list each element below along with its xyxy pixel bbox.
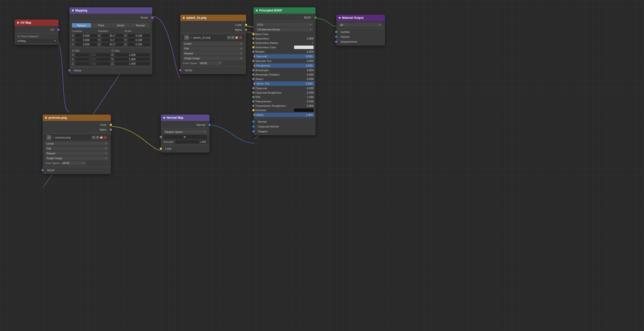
- uv-output-socket[interactable]: [57, 28, 60, 31]
- bsdf-sub-dropdown[interactable]: Christensen-Burley ▼: [256, 28, 313, 32]
- bsdf-subsurface-color-swatch[interactable]: [294, 46, 314, 49]
- bsdf-specular-tint-socket[interactable]: [252, 60, 255, 62]
- splash-ext-dropdown[interactable]: Repeat ▼: [183, 52, 244, 55]
- prvicons-title: prvicons.png: [48, 116, 67, 120]
- bsdf-clearcoat-rough-socket[interactable]: [252, 92, 255, 94]
- sc-z-val[interactable]: 0.100: [128, 43, 150, 46]
- normal-space-dropdown[interactable]: Tangent Space ▼: [163, 130, 207, 134]
- mapping-type-texture[interactable]: Texture: [72, 23, 91, 28]
- mapping-type-vector[interactable]: Vector: [111, 23, 130, 28]
- splash-texture-node: splash_2x.png Color Alpha 🖼 ▼ splash_2x.…: [180, 14, 246, 74]
- bsdf-normal-in-socket[interactable]: [252, 120, 255, 123]
- bsdf-subsurface-radius-socket[interactable]: [252, 42, 255, 44]
- min-y-val[interactable]: 0.000: [75, 58, 110, 61]
- mapping-input-socket[interactable]: [68, 69, 71, 72]
- mapping-type-normal[interactable]: Normal: [131, 23, 150, 28]
- max-y-val[interactable]: 1.000: [114, 58, 150, 61]
- prvicons-copy-icon[interactable]: ⧉: [96, 136, 99, 139]
- normal-map-header[interactable]: Normal Map: [161, 114, 210, 121]
- prvicons-cs-dropdown[interactable]: sRGB ▼: [61, 161, 86, 165]
- bsdf-subsurface-socket[interactable]: [252, 37, 255, 40]
- prvicons-color-out-socket[interactable]: [110, 124, 112, 126]
- mapping-dot: [72, 10, 74, 12]
- prvicons-cs-row: Color Space sRGB ▼: [43, 161, 111, 166]
- from-instancer-checkbox[interactable]: [17, 35, 20, 38]
- prvicons-alpha-out-socket[interactable]: [110, 128, 112, 131]
- bsdf-out-socket[interactable]: [314, 16, 317, 19]
- bsdf-base-color-socket[interactable]: [252, 33, 255, 35]
- splash-close-icon[interactable]: ✕: [239, 36, 242, 39]
- min-z-val[interactable]: 0.000: [75, 62, 110, 65]
- loc-x-val[interactable]: 0.000: [75, 34, 97, 37]
- bsdf-clearcoat-socket[interactable]: [252, 87, 255, 90]
- prvicons-proj-dropdown[interactable]: Flat ▼: [45, 146, 108, 150]
- uvmap-close[interactable]: ✕: [54, 39, 56, 42]
- bsdf-anisotropic-rot-socket[interactable]: [252, 73, 255, 76]
- bsdf-cc-normal-in-socket[interactable]: [252, 125, 255, 128]
- mapping-output-socket[interactable]: [151, 16, 154, 19]
- material-output-header[interactable]: Material Output: [336, 14, 385, 21]
- uv-map-header[interactable]: UV Map: [14, 20, 58, 26]
- splash-copy-icon[interactable]: ⧉: [231, 36, 234, 39]
- mapping-type-row: Texture Point Vector Normal: [70, 22, 152, 28]
- bsdf-dist-dropdown[interactable]: GGX ▼: [256, 23, 313, 26]
- prvicons-interp-dropdown[interactable]: Linear ▼: [45, 142, 108, 146]
- prvicons-source-dropdown[interactable]: Single Image ▼: [45, 156, 108, 160]
- rot-y-val[interactable]: 9.1°: [102, 38, 124, 42]
- loc-z-val[interactable]: 0.000: [75, 43, 97, 46]
- normal-strength-val[interactable]: 1.000: [175, 140, 207, 144]
- bsdf-emission-swatch[interactable]: [294, 108, 314, 112]
- loc-y-val[interactable]: 0.000: [75, 38, 97, 42]
- normal-out-socket[interactable]: [208, 124, 211, 126]
- splash-cs-dropdown[interactable]: sRGB ▼: [198, 61, 223, 65]
- max-z-val[interactable]: 1.000: [115, 62, 150, 65]
- min-x-val[interactable]: 0.000: [75, 53, 110, 56]
- prvicons-proj-row: Flat ▼: [43, 146, 111, 151]
- prvicons-ext-dropdown[interactable]: Repeat ▼: [45, 151, 108, 155]
- splash-color-out-socket[interactable]: [245, 24, 247, 26]
- prvicons-close-icon[interactable]: ✕: [104, 136, 107, 139]
- splash-interp-dropdown[interactable]: Linear ▼: [183, 42, 244, 46]
- rot-z-val[interactable]: 43.2°: [102, 43, 124, 46]
- bsdf-transmission-socket[interactable]: [252, 100, 255, 102]
- max-x-val[interactable]: 1.000: [115, 53, 150, 56]
- prvicons-vector-in-socket[interactable]: [42, 169, 44, 171]
- splash-source-dropdown[interactable]: Single Image ▼: [183, 56, 244, 60]
- prvicons-folder-icon[interactable]: 📁: [100, 136, 103, 139]
- sc-y-val[interactable]: 0.100: [128, 38, 150, 42]
- material-volume-in-socket[interactable]: [335, 36, 338, 38]
- bsdf-ior-socket[interactable]: [252, 96, 255, 98]
- material-all-dropdown[interactable]: All ▼: [339, 23, 382, 27]
- bsdf-anisotropic-socket[interactable]: [252, 69, 255, 72]
- splash-shield-icon[interactable]: 🛡: [227, 36, 230, 39]
- bsdf-header[interactable]: Principled BSDF: [254, 7, 316, 14]
- splash-texture-header[interactable]: splash_2x.png: [180, 14, 246, 21]
- bsdf-alpha-socket[interactable]: [253, 114, 256, 116]
- bsdf-specular-socket[interactable]: [253, 55, 256, 58]
- bsdf-subsurface-color-socket[interactable]: [252, 46, 255, 48]
- bsdf-emission-socket[interactable]: [252, 109, 255, 112]
- splash-vector-in-socket[interactable]: [179, 69, 182, 72]
- min-checkbox[interactable]: [72, 50, 74, 52]
- mapping-type-point[interactable]: Point: [92, 23, 111, 28]
- material-surface-in-socket[interactable]: [335, 31, 338, 33]
- rot-x-val[interactable]: 30.1°: [102, 34, 124, 37]
- bsdf-sheen-tint-socket[interactable]: [253, 82, 256, 85]
- bsdf-tangent-in-socket[interactable]: [252, 130, 255, 132]
- bsdf-transmission-rough-socket[interactable]: [252, 104, 255, 107]
- splash-color-out-label: Color: [236, 24, 242, 26]
- sc-x-val[interactable]: 0.100: [128, 34, 150, 37]
- normal-strength-socket[interactable]: [160, 136, 162, 138]
- splash-proj-dropdown[interactable]: Flat ▼: [183, 46, 244, 50]
- bsdf-sheen-socket[interactable]: [252, 78, 255, 80]
- splash-folder-icon[interactable]: 📁: [235, 36, 238, 39]
- max-checkbox[interactable]: [111, 50, 114, 52]
- material-disp-in-socket[interactable]: [335, 40, 338, 43]
- bsdf-metallic-socket[interactable]: [252, 50, 255, 53]
- prvicons-shield-icon[interactable]: 🛡: [92, 136, 95, 139]
- normal-color-in-socket[interactable]: [160, 148, 162, 150]
- prvicons-header[interactable]: prvicons.png: [43, 114, 111, 121]
- mapping-header[interactable]: Mapping: [70, 7, 152, 14]
- bsdf-roughness-socket[interactable]: [253, 64, 256, 67]
- splash-alpha-out-socket[interactable]: [245, 28, 247, 31]
